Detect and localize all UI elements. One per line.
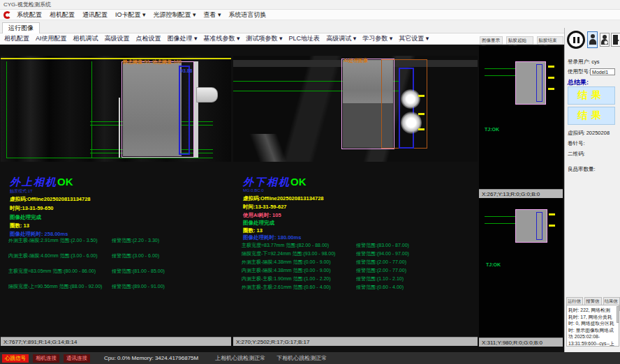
result-box-top: 结果 xyxy=(568,86,615,105)
cpu-memory-text: Cpu: 0.0% Memory: 3424.41796875M xyxy=(104,355,198,361)
gear-icon xyxy=(604,40,608,45)
camera-link-badge: 相机连接 xyxy=(33,354,59,363)
center-camera-image[interactable]: AI处理图像 xyxy=(233,56,478,162)
measurement-value: 外测主极-主极:2.61mm 范围:(0.60 - 4.00) xyxy=(242,284,331,291)
tool-spot-check[interactable]: 点检设置 xyxy=(136,34,161,43)
baseline-yellow xyxy=(1,58,231,59)
window-title: CYG-视觉检测系统 xyxy=(3,1,51,8)
center-coords-bar: X:270;Y:2502;R:17;G:17;B:17 xyxy=(233,337,478,346)
preview-bottom-coords: X:311;Y:980;R:0;G:0;B:0 xyxy=(479,338,563,347)
menu-camera-config[interactable]: 相机配置 xyxy=(50,10,75,20)
preview-top-coords: X:267;Y:13;R:0;G:0;B:0 xyxy=(479,189,563,198)
preview-header-tabs: 图像显示区 贴胶起始位置 贴胶结束位置 xyxy=(480,36,563,45)
tool-baseline-params[interactable]: 基准线参数 ▾ xyxy=(204,34,240,43)
camera-name: 外上相机 xyxy=(10,176,57,188)
left-camera-title: 外上相机OK xyxy=(10,176,73,189)
preview-tab-tape-start[interactable]: 贴胶起始位置 xyxy=(506,36,533,45)
tab-run-image[interactable]: 运行图像 xyxy=(2,22,40,33)
pause-button[interactable] xyxy=(567,31,585,49)
alarm-range: 报警范围:(1.10 - 2.10) xyxy=(356,275,404,282)
needle-label: 卷针号: xyxy=(568,140,585,146)
measurement-value: 主极宽度=83.05mm 范围:(80.00 - 86.00) xyxy=(8,268,96,275)
preview-image-bottom[interactable]: TJ:OK xyxy=(479,198,563,338)
menu-light-config[interactable]: 光源控制配置 ▾ xyxy=(154,10,196,20)
window-titlebar[interactable]: CYG-视觉检测系统 xyxy=(0,0,620,10)
camera-status-ok: OK xyxy=(290,176,307,188)
log-text-area: 耗时: 222, 网络检测耗时: 17, 网络分类耗时: 0, 网络提取分区耗时… xyxy=(566,305,619,347)
preview-image-top[interactable]: TJ:OK xyxy=(479,46,563,189)
alarm-range: 报警范围:(89.00 - 91.00) xyxy=(112,283,165,290)
preview-tab-display[interactable]: 图像显示区 xyxy=(480,36,503,45)
menubar: 系统配置 相机配置 通讯配置 IO卡配置 ▾ 光源控制配置 ▾ 查看 ▾ 系统语… xyxy=(0,10,620,20)
measurement-value: 内测主极-隔膜:4.60mm 范围:(3.00 - 6.00) xyxy=(8,252,98,259)
measurement-value: 主极宽度=83.77mm 范围:(82.00 - 88.00) xyxy=(242,242,329,249)
roi-rect-blue xyxy=(536,212,542,240)
exit-button[interactable] xyxy=(611,33,620,47)
user-icon-body xyxy=(589,39,596,45)
app-logo-icon xyxy=(3,11,11,19)
tool-learning-params[interactable]: 学习参数 ▾ xyxy=(362,34,392,43)
measure-line xyxy=(485,75,515,76)
center-turns: 圈数: 13 xyxy=(243,227,263,234)
yellow-marker xyxy=(548,66,554,68)
tape-status-label: TJ:OK xyxy=(486,262,501,267)
preview-tab-tape-end[interactable]: 贴胶结束位置 xyxy=(537,36,563,45)
menu-view[interactable]: 查看 ▾ xyxy=(204,10,221,20)
yellow-marker xyxy=(418,113,425,115)
edge-highlight xyxy=(194,61,198,158)
left-turns: 圈数: 13 xyxy=(10,222,29,229)
tool-camera-config[interactable]: 相机配置 xyxy=(4,34,29,43)
preview-roi xyxy=(515,209,547,243)
tool-advanced-debug[interactable]: 高级调试 ▾ xyxy=(326,34,356,43)
status-bar: 心跳信号 相机连接 通讯连接 Cpu: 0.0% Memory: 3424.41… xyxy=(0,352,620,364)
virtual-code-row: 虚拟码: 20250208 xyxy=(568,130,610,137)
needle-row: 卷针号: xyxy=(568,140,585,147)
tape-status-label: TJ:OK xyxy=(485,127,499,132)
ai-overlay-text: AI处理图像 xyxy=(344,57,368,64)
measure-line xyxy=(485,216,515,217)
tab-strip: 运行图像 xyxy=(0,20,620,33)
measure-line xyxy=(485,223,515,224)
yellow-marker xyxy=(418,95,425,97)
left-camera-image[interactable]: 静态阈值:93, 动态阈值:100 93.88 xyxy=(1,56,231,162)
yellow-marker xyxy=(418,128,425,130)
tool-ai-config[interactable]: AI使用配置 xyxy=(36,34,67,43)
tool-advanced-settings[interactable]: 高级设置 xyxy=(105,34,130,43)
center-process-done: 图像处理完成 xyxy=(243,220,274,227)
user-settings-button[interactable] xyxy=(600,33,610,47)
alarm-range: 报警范围:(94.00 - 97.00) xyxy=(356,250,409,257)
menu-io-config[interactable]: IO卡配置 ▾ xyxy=(115,10,146,20)
alarm-range: 报警范围:(81.00 - 85.00) xyxy=(112,268,165,275)
model-row: 使用型号:Model1 xyxy=(568,68,615,75)
measurement-value: 内测主极-主极:1.90mm 范围:(1.00 - 2.20) xyxy=(242,275,331,282)
measurement-value: 隔膜宽度-下=92.24mm 范围:(93.00 - 98.00) xyxy=(242,250,335,257)
edge-highlight xyxy=(119,98,120,158)
measure-line xyxy=(485,68,515,69)
user-icon xyxy=(591,34,595,38)
roi-rect-blue xyxy=(536,64,542,102)
user-button[interactable] xyxy=(587,31,598,48)
measurement-value: 隔膜宽度-上=90.56mm 范围:(88.00 - 92.00) xyxy=(8,283,102,290)
menu-system-config[interactable]: 系统配置 xyxy=(17,10,42,20)
tab-metal-piece xyxy=(196,87,218,103)
center-virtual-code: 虚拟码:Offline2025020813134728 xyxy=(243,195,324,202)
pause-icon xyxy=(577,37,580,43)
roi-rect-blue xyxy=(179,66,190,155)
tool-test-params[interactable]: 测试项参数 ▾ xyxy=(246,34,283,43)
log-scrollbar[interactable] xyxy=(617,306,619,323)
center-camera-title: 外下相机OK xyxy=(243,176,307,189)
login-user-row: 登录用户: cys xyxy=(568,59,599,66)
measurement-value: 外测主极-隔膜:4.38mm 范围:(0.00 - 9.00) xyxy=(242,259,331,266)
camera-status-ok: OK xyxy=(57,176,73,188)
menu-language-switch[interactable]: 系统语言切换 xyxy=(229,10,267,20)
yellow-marker xyxy=(549,225,555,227)
tool-image-processing[interactable]: 图像处理 ▾ xyxy=(168,34,198,43)
menu-comm-config[interactable]: 通讯配置 xyxy=(82,10,108,20)
exit-arrow-icon xyxy=(616,38,619,43)
threshold-overlay-text: 静态阈值:93, 动态阈值:100 xyxy=(123,59,182,66)
tool-camera-debug[interactable]: 相机调试 xyxy=(73,34,98,43)
alarm-range: 报警范围:(0.60 - 4.00) xyxy=(356,284,404,291)
tool-plc-address[interactable]: PLC地址表 xyxy=(289,34,320,43)
tool-other-settings[interactable]: 其它设置 ▾ xyxy=(399,34,429,43)
model-select[interactable]: Model1 xyxy=(590,68,615,75)
